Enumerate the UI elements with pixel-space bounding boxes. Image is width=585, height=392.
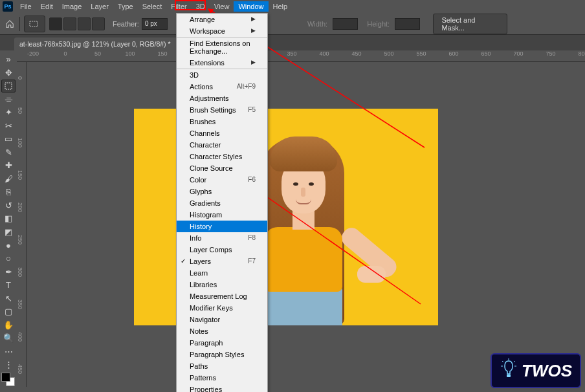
app-icon[interactable]: Ps xyxy=(3,1,13,12)
tool-more-icon[interactable]: ⋯ xyxy=(1,345,16,358)
tool-frame[interactable]: ▭ xyxy=(1,133,16,146)
svg-rect-0 xyxy=(30,21,38,27)
tool-brush[interactable]: 🖌 xyxy=(1,173,16,186)
tool-eraser[interactable]: ◧ xyxy=(1,212,16,225)
tool-pen[interactable]: ✒ xyxy=(1,265,16,278)
menu-item-brushes[interactable]: Brushes xyxy=(177,116,267,127)
sel-mode-add[interactable] xyxy=(63,17,76,30)
menu-item-label: Layer Comps xyxy=(190,246,232,254)
menu-item-label: Brush Settings xyxy=(190,106,236,114)
menu-item-learn[interactable]: Learn xyxy=(177,267,267,279)
canvas-area[interactable] xyxy=(27,62,585,387)
expand-panel-icon[interactable]: » xyxy=(1,53,16,66)
menu-item-label: Patterns xyxy=(190,374,216,382)
menu-item-layer-comps[interactable]: Layer Comps xyxy=(177,244,267,256)
menu-file[interactable]: File xyxy=(16,1,36,12)
ruler-horizontal[interactable]: -200050100150200250300350400450500550600… xyxy=(17,50,585,62)
menu-image[interactable]: Image xyxy=(58,1,87,12)
tool-blur[interactable]: ● xyxy=(1,239,16,252)
menu-item-paragraph[interactable]: Paragraph xyxy=(177,337,267,349)
height-input[interactable] xyxy=(395,18,420,30)
tool-path-sel[interactable]: ↖ xyxy=(1,292,16,305)
ruler-tick: 750 xyxy=(535,50,567,61)
menu-item-color[interactable]: ColorF6 xyxy=(177,174,267,186)
menu-item-actions[interactable]: ActionsAlt+F9 xyxy=(177,81,267,93)
menu-item-character[interactable]: Character xyxy=(177,139,267,151)
menu-item-notes[interactable]: Notes xyxy=(177,325,267,337)
tool-type[interactable]: T xyxy=(1,279,16,292)
menu-layer[interactable]: Layer xyxy=(86,1,113,12)
menu-item-modifier-keys[interactable]: Modifier Keys xyxy=(177,302,267,314)
menu-item-properties[interactable]: Properties xyxy=(177,384,267,392)
menu-item-label: Info xyxy=(190,234,201,242)
tool-edit-toolbar[interactable]: ⋮ xyxy=(1,358,16,371)
tool-hand[interactable]: ✋ xyxy=(1,318,16,331)
menu-item-layers[interactable]: ✓LayersF7 xyxy=(177,256,267,267)
menu-item-glyphs[interactable]: Glyphs xyxy=(177,186,267,197)
tool-panel: » ✥ ⌯ ✦ ✂ ▭ ✎ ✚ 🖌 ⎘ ↺ ◧ ◩ ● ○ ✒ T ↖ ▢ ✋ … xyxy=(0,50,17,387)
menu-window[interactable]: Window xyxy=(234,1,268,12)
tool-preset-picker[interactable] xyxy=(24,16,45,32)
menu-item-3d[interactable]: 3D xyxy=(177,69,267,81)
tool-move[interactable]: ✥ xyxy=(1,67,16,80)
tool-gradient[interactable]: ◩ xyxy=(1,226,16,239)
menu-item-brush-settings[interactable]: Brush SettingsF5 xyxy=(177,104,267,116)
tool-zoom[interactable]: 🔍 xyxy=(1,332,16,345)
submenu-arrow-icon: ▶ xyxy=(251,16,256,23)
menu-item-paths[interactable]: Paths xyxy=(177,360,267,372)
menu-item-label: Channels xyxy=(190,129,219,137)
menu-item-channels[interactable]: Channels xyxy=(177,127,267,139)
menu-item-arrange[interactable]: Arrange▶ xyxy=(177,14,267,25)
tool-history-brush[interactable]: ↺ xyxy=(1,199,16,212)
tool-dodge[interactable]: ○ xyxy=(1,252,16,265)
select-and-mask-button[interactable]: Select and Mask... xyxy=(433,14,507,34)
menu-item-find-extensions-on-exchange[interactable]: Find Extensions on Exchange... xyxy=(177,38,267,57)
sel-mode-subtract[interactable] xyxy=(78,17,91,30)
menu-item-navigator[interactable]: Navigator xyxy=(177,314,267,325)
menu-filter[interactable]: Filter xyxy=(166,1,191,12)
feather-input[interactable] xyxy=(142,18,168,30)
tool-crop[interactable]: ✂ xyxy=(1,120,16,133)
menu-item-character-styles[interactable]: Character Styles xyxy=(177,151,267,162)
menu-type[interactable]: Type xyxy=(113,1,138,12)
tool-eyedropper[interactable]: ✎ xyxy=(1,146,16,159)
menu-item-measurement-log[interactable]: Measurement Log xyxy=(177,290,267,302)
tool-wand[interactable]: ✦ xyxy=(1,106,16,119)
menu-shortcut: F8 xyxy=(248,234,256,242)
menu-3d[interactable]: 3D xyxy=(192,1,210,12)
width-input[interactable] xyxy=(333,18,358,30)
color-swatches[interactable] xyxy=(1,373,16,386)
tool-heal[interactable]: ✚ xyxy=(1,159,16,172)
sel-mode-new[interactable] xyxy=(49,17,62,30)
menu-select[interactable]: Select xyxy=(138,1,167,12)
menu-item-label: Libraries xyxy=(190,281,217,289)
menu-item-history[interactable]: History xyxy=(177,221,267,232)
ruler-tick: 650 xyxy=(470,50,502,61)
menu-item-paragraph-styles[interactable]: Paragraph Styles xyxy=(177,349,267,360)
menu-item-patterns[interactable]: Patterns xyxy=(177,372,267,384)
menu-edit[interactable]: Edit xyxy=(36,1,58,12)
menu-item-libraries[interactable]: Libraries xyxy=(177,279,267,290)
tool-lasso[interactable]: ⌯ xyxy=(1,93,16,106)
menu-item-histogram[interactable]: Histogram xyxy=(177,209,267,221)
menu-item-info[interactable]: InfoF8 xyxy=(177,232,267,244)
ruler-vertical[interactable]: 050100150200250300350400450500 xyxy=(17,62,27,387)
tool-marquee[interactable] xyxy=(1,80,16,93)
menu-item-workspace[interactable]: Workspace▶ xyxy=(177,25,267,38)
svg-line-6 xyxy=(514,361,515,362)
menu-item-label: Layers xyxy=(190,257,211,265)
menu-item-gradients[interactable]: Gradients xyxy=(177,197,267,209)
menu-item-adjustments[interactable]: Adjustments xyxy=(177,93,267,104)
tool-stamp[interactable]: ⎘ xyxy=(1,186,16,199)
foreground-color[interactable] xyxy=(1,373,10,382)
selection-mode-group xyxy=(49,17,105,30)
document-tab[interactable]: at-least-768x530.jpg @ 121% (Layer 0, RG… xyxy=(14,38,185,50)
home-icon[interactable] xyxy=(4,18,16,30)
menu-view[interactable]: View xyxy=(210,1,234,12)
menu-item-extensions[interactable]: Extensions▶ xyxy=(177,57,267,69)
menu-item-clone-source[interactable]: Clone Source xyxy=(177,162,267,174)
workspace: » ✥ ⌯ ✦ ✂ ▭ ✎ ✚ 🖌 ⎘ ↺ ◧ ◩ ● ○ ✒ T ↖ ▢ ✋ … xyxy=(0,50,585,387)
sel-mode-intersect[interactable] xyxy=(92,17,105,30)
tool-shape[interactable]: ▢ xyxy=(1,305,16,318)
menu-help[interactable]: Help xyxy=(269,1,292,12)
